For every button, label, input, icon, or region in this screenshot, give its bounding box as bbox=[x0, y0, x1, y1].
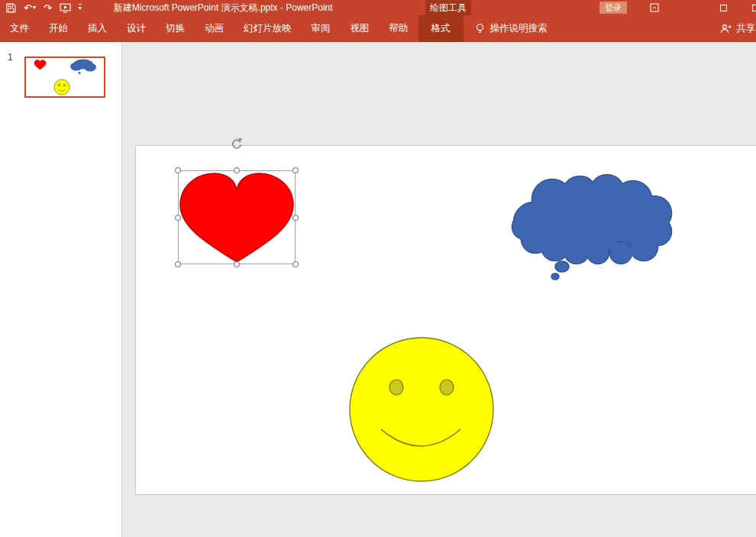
restore-window-icon[interactable] bbox=[718, 2, 729, 13]
quick-access-toolbar: ↶ ▾ ↷ ▾ bbox=[0, 0, 82, 15]
undo-icon: ↶ bbox=[24, 3, 32, 13]
tab-file[interactable]: 文件 bbox=[0, 15, 39, 42]
share-button[interactable]: 共享 bbox=[720, 15, 756, 42]
share-person-icon bbox=[720, 24, 732, 34]
smiley-face-shape[interactable] bbox=[347, 335, 496, 485]
cloud-callout-shape[interactable] bbox=[506, 173, 676, 282]
slide-number: 1 bbox=[8, 52, 13, 63]
undo-button[interactable]: ↶ ▾ bbox=[24, 3, 36, 13]
sign-in-button[interactable]: 登录 bbox=[599, 2, 627, 14]
resize-handle-se[interactable] bbox=[292, 261, 299, 267]
editing-area bbox=[122, 42, 756, 537]
save-button[interactable] bbox=[6, 3, 16, 13]
powerpoint-window: ↶ ▾ ↷ ▾ 新建Microsoft PowerPoint 演示文稿.pptx… bbox=[0, 0, 756, 537]
start-slideshow-button[interactable] bbox=[60, 3, 71, 13]
drawing-tools-contextual-header: 绘图工具 bbox=[425, 0, 471, 15]
resize-handle-w[interactable] bbox=[175, 215, 181, 221]
close-window-icon[interactable] bbox=[750, 2, 756, 13]
tab-slideshow[interactable]: 幻灯片放映 bbox=[234, 15, 302, 42]
resize-handle-s[interactable] bbox=[234, 261, 240, 267]
save-icon bbox=[6, 3, 16, 13]
lightbulb-icon bbox=[474, 23, 486, 34]
tab-insert[interactable]: 插入 bbox=[78, 15, 117, 42]
customize-qat-button[interactable]: ▾ bbox=[79, 4, 82, 11]
window-title: 新建Microsoft PowerPoint 演示文稿.pptx - Power… bbox=[114, 2, 333, 15]
tab-view[interactable]: 视图 bbox=[341, 15, 380, 42]
slide-thumbnail-1[interactable] bbox=[24, 57, 105, 98]
redo-button[interactable]: ↷ bbox=[44, 3, 52, 13]
tab-format[interactable]: 格式 bbox=[418, 15, 464, 42]
resize-handle-n[interactable] bbox=[234, 167, 240, 173]
resize-handle-nw[interactable] bbox=[175, 167, 181, 173]
resize-handle-e[interactable] bbox=[292, 215, 299, 221]
ribbon-display-options-icon[interactable] bbox=[649, 2, 660, 13]
customize-qat-dropdown-icon: ▾ bbox=[79, 5, 82, 11]
tab-transitions[interactable]: 切换 bbox=[156, 15, 195, 42]
tab-animations[interactable]: 动画 bbox=[195, 15, 234, 42]
tab-help[interactable]: 帮助 bbox=[380, 15, 418, 42]
ribbon-tab-bar: 文件 开始 插入 设计 切换 动画 幻灯片放映 审阅 视图 帮助 格式 操作说明… bbox=[0, 15, 756, 42]
tell-me-search[interactable]: 操作说明搜索 bbox=[474, 15, 548, 42]
titlebar: ↶ ▾ ↷ ▾ 新建Microsoft PowerPoint 演示文稿.pptx… bbox=[0, 0, 756, 15]
redo-icon: ↷ bbox=[44, 3, 52, 13]
share-label: 共享 bbox=[736, 22, 755, 35]
slideshow-icon bbox=[60, 3, 71, 13]
search-label: 操作说明搜索 bbox=[490, 22, 548, 35]
heart-shape-selection bbox=[178, 170, 296, 264]
tab-review[interactable]: 审阅 bbox=[302, 15, 341, 42]
slide-canvas[interactable] bbox=[135, 145, 756, 495]
heart-shape[interactable] bbox=[178, 172, 296, 264]
rotate-handle[interactable] bbox=[230, 137, 244, 151]
slide-thumbnails-panel: 1 bbox=[0, 42, 122, 537]
resize-handle-ne[interactable] bbox=[292, 167, 299, 173]
undo-dropdown-icon[interactable]: ▾ bbox=[33, 5, 36, 11]
tab-home[interactable]: 开始 bbox=[39, 15, 78, 42]
slide-thumbnail-preview bbox=[26, 58, 104, 96]
resize-handle-sw[interactable] bbox=[175, 261, 181, 267]
tab-design[interactable]: 设计 bbox=[117, 15, 156, 42]
